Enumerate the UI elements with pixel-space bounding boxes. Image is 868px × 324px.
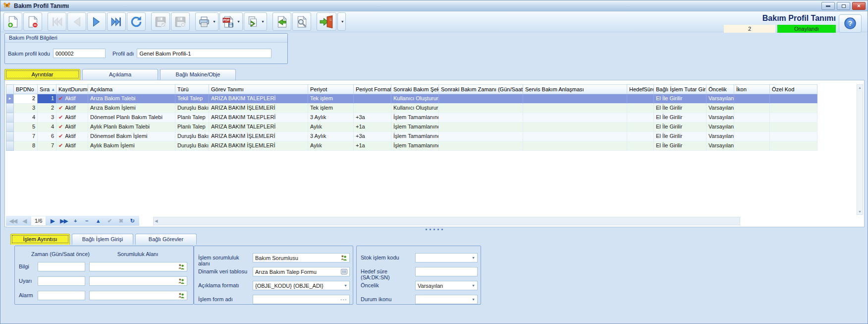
close-button[interactable]: ✕ bbox=[852, 2, 866, 10]
grid-cell[interactable] bbox=[439, 123, 523, 132]
grid-cell[interactable] bbox=[439, 132, 523, 141]
grid-cell[interactable]: +1a bbox=[354, 123, 391, 132]
grid-cell[interactable]: ✔Aktif bbox=[56, 94, 88, 104]
field-input[interactable] bbox=[415, 267, 478, 276]
grid-cell[interactable]: Varsayılan bbox=[706, 123, 734, 132]
nav-cancel-button[interactable]: ✖ bbox=[115, 216, 126, 225]
grid-cell[interactable] bbox=[439, 94, 523, 104]
exit-dropdown-button[interactable]: ▼ bbox=[337, 12, 346, 31]
delete-record-button[interactable] bbox=[23, 12, 42, 31]
grid-cell[interactable] bbox=[734, 141, 770, 151]
grid-cell[interactable] bbox=[439, 141, 523, 151]
grid-cell[interactable] bbox=[734, 123, 770, 132]
tab-bağlı-makine-obje[interactable]: Bağlı Makine/Obje bbox=[160, 69, 236, 80]
next-record-button[interactable] bbox=[87, 12, 106, 31]
grid-cell[interactable] bbox=[734, 94, 770, 104]
grid-cell[interactable]: Varsayılan bbox=[706, 132, 734, 141]
tab-bağlı-i-şlem-girişi[interactable]: Bağlı İşlem Girişi bbox=[72, 234, 133, 245]
grid-column-header[interactable]: Periyot bbox=[308, 84, 354, 94]
restore-button[interactable] bbox=[837, 2, 850, 10]
grid-cell[interactable]: Varsayılan bbox=[706, 141, 734, 151]
grid-cell[interactable] bbox=[734, 104, 770, 113]
grid-cell[interactable] bbox=[439, 113, 523, 123]
grid-column-header[interactable]: Türü bbox=[175, 84, 209, 94]
splitter-handle[interactable] bbox=[0, 228, 868, 231]
grid-cell[interactable] bbox=[627, 94, 654, 104]
help-button[interactable]: ? bbox=[839, 14, 862, 33]
people-icon[interactable] bbox=[340, 255, 347, 261]
grid-cell[interactable]: Aylık bbox=[308, 123, 354, 132]
save-button[interactable] bbox=[151, 12, 170, 31]
tab-i-şlem-ayrıntısı[interactable]: İşlem Ayrıntısı bbox=[10, 234, 70, 245]
profile-code-input[interactable] bbox=[53, 49, 106, 58]
grid-hscrollbar[interactable]: ◀ bbox=[153, 217, 740, 225]
grid-column-header[interactable]: Özel Kod bbox=[770, 84, 817, 94]
grid-column-header[interactable]: BPDNo bbox=[14, 84, 38, 94]
nav-last-button[interactable]: ▶▶ bbox=[58, 216, 69, 225]
grid-row[interactable]: 87✔AktifAylık Bakım İşlemiDuruşlu BakımA… bbox=[6, 141, 856, 151]
field-combo[interactable]: ▼ bbox=[415, 295, 478, 304]
grid-cell[interactable]: Dönemsel Bakım İşlemi bbox=[88, 132, 175, 141]
grid-cell[interactable] bbox=[523, 141, 627, 151]
grid-cell[interactable] bbox=[770, 132, 817, 141]
grid-cell[interactable]: Arıza Bakım İşlemi bbox=[88, 104, 175, 113]
field-input[interactable]: Bakım Sorumlusu bbox=[253, 253, 350, 262]
dropdown-arrow-icon[interactable]: ▼ bbox=[472, 284, 475, 287]
exit-button[interactable] bbox=[317, 12, 336, 31]
grid-cell[interactable] bbox=[770, 113, 817, 123]
profile-name-input[interactable] bbox=[137, 49, 271, 58]
copy-export-button[interactable]: ▼ bbox=[244, 12, 267, 31]
last-record-button[interactable] bbox=[107, 12, 126, 31]
grid-vscrollbar[interactable]: ▲ ▼ bbox=[857, 84, 863, 215]
grid-cell[interactable]: Aylık Planlı Bakım Talebi bbox=[88, 123, 175, 132]
grid-cell[interactable]: Dönemsel Planlı Bakım Talebi bbox=[88, 113, 175, 123]
grid-cell[interactable]: Duruşlu Bakım bbox=[175, 132, 209, 141]
time-input[interactable] bbox=[38, 291, 85, 300]
grid-cell[interactable] bbox=[627, 123, 654, 132]
tab-ayrıntılar[interactable]: Ayrıntılar bbox=[4, 69, 80, 80]
nav-prev-button[interactable]: ◀ bbox=[19, 216, 30, 225]
grid-cell[interactable]: Planlı Talep bbox=[175, 113, 209, 123]
grid-cell[interactable]: 7 bbox=[38, 141, 56, 151]
tab-bağlı-görevler[interactable]: Bağlı Görevler bbox=[135, 234, 197, 245]
grid-cell[interactable]: Kullanıcı Oluşturur bbox=[391, 94, 439, 104]
grid-column-header[interactable]: Periyot Formatı bbox=[354, 84, 391, 94]
nav-post-button[interactable]: ✔ bbox=[104, 216, 115, 225]
grid-cell[interactable]: ARIZA BAKIM TALEPLERİ bbox=[209, 123, 308, 132]
grid-cell[interactable]: +3a bbox=[354, 113, 391, 123]
grid-column-header[interactable]: Sonraki Bakım Zamanı (Gün/Saat Önce) bbox=[439, 84, 523, 94]
grid-cell[interactable] bbox=[627, 113, 654, 123]
grid-cell[interactable]: Aylık bbox=[308, 141, 354, 151]
grid-column-header[interactable]: Sonraki Bakım Şekli bbox=[391, 84, 439, 94]
grid-row[interactable]: ▸21✔AktifArıza Bakım TalebiTekil TalepAR… bbox=[6, 94, 856, 104]
responsibility-input[interactable] bbox=[89, 262, 187, 271]
grid-cell[interactable]: İşlem Tamamlanınca bbox=[391, 113, 439, 123]
grid-cell[interactable]: ARIZA BAKIM TALEPLERİ bbox=[209, 113, 308, 123]
grid-cell[interactable]: 4 bbox=[14, 113, 38, 123]
grid-cell[interactable]: 7 bbox=[14, 132, 38, 141]
dropdown-arrow-icon[interactable]: ▼ bbox=[472, 256, 475, 259]
grid-cell[interactable]: ARIZA BAKIM İŞLEMLERİ bbox=[209, 104, 308, 113]
grid-cell[interactable]: El İle Girilir bbox=[654, 113, 706, 123]
nav-refresh-button[interactable]: ↻ bbox=[126, 216, 138, 225]
grid-cell[interactable] bbox=[627, 104, 654, 113]
people-icon[interactable] bbox=[178, 278, 185, 284]
grid-column-header[interactable]: Sıra▲ bbox=[38, 84, 56, 94]
grid-row[interactable]: 76✔AktifDönemsel Bakım İşlemiDuruşlu Bak… bbox=[6, 132, 856, 141]
nav-next-button[interactable]: ▶ bbox=[47, 216, 58, 225]
grid-cell[interactable]: Duruşlu Bakım bbox=[175, 104, 209, 113]
first-record-button[interactable] bbox=[48, 12, 66, 31]
dropdown-arrow-icon[interactable]: ▼ bbox=[344, 284, 347, 287]
grid-cell[interactable]: El İle Girilir bbox=[654, 141, 706, 151]
pdf-export-button[interactable]: PDF▼ bbox=[219, 12, 243, 31]
grid-cell[interactable]: 3 Aylık bbox=[308, 113, 354, 123]
grid-cell[interactable]: +1a bbox=[354, 141, 391, 151]
grid-cell[interactable] bbox=[734, 132, 770, 141]
save-cancel-button[interactable] bbox=[171, 12, 190, 31]
nav-edit-button[interactable]: ▲ bbox=[92, 216, 104, 225]
grid-cell[interactable] bbox=[770, 123, 817, 132]
grid-cell[interactable] bbox=[523, 123, 627, 132]
grid-cell[interactable]: Varsayılan bbox=[706, 104, 734, 113]
grid-cell[interactable] bbox=[523, 132, 627, 141]
table-icon[interactable] bbox=[341, 269, 347, 274]
